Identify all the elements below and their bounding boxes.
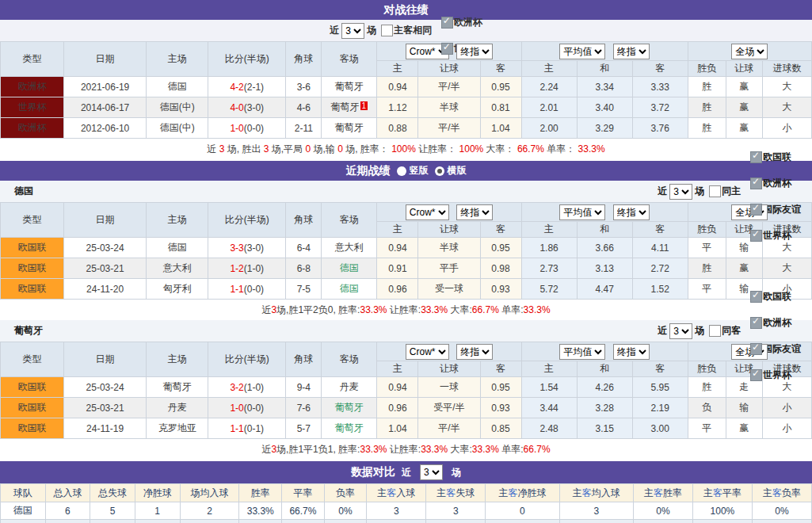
result-goals-cell: 大 — [762, 258, 811, 279]
odds-provider-select[interactable]: Crow* — [406, 344, 449, 360]
col-away-odds: 客 — [480, 222, 521, 238]
home-team-cell: 德国(中) — [147, 118, 208, 139]
avg-odds-select[interactable]: 平均值 — [559, 204, 605, 220]
match-type-cell: 欧国联 — [1, 258, 64, 279]
germany-count-select[interactable]: 3 — [669, 184, 692, 200]
avg-home-odds-cell: 2.24 — [521, 77, 577, 97]
compare-count-select[interactable]: 3 — [420, 464, 443, 480]
league-filter[interactable]: 国际友谊 — [746, 203, 801, 216]
home-team-cell: 德国 — [147, 238, 208, 258]
league-filter[interactable]: 欧洲杯 — [437, 16, 482, 29]
league-checkbox[interactable] — [750, 151, 762, 163]
league-checkbox[interactable] — [750, 317, 762, 329]
handicap-line-cell: 平手 — [418, 258, 480, 279]
summary-segment: 大率: — [448, 443, 472, 456]
handicap-away-odds-cell: 0.95 — [480, 377, 521, 398]
fulltime-score: 3-2 — [230, 382, 243, 393]
result-goals-cell: 小 — [762, 418, 811, 439]
vertical-layout-option[interactable]: 竖版 — [397, 164, 429, 178]
final-odds-select[interactable]: 终指 — [456, 44, 493, 59]
col-wdl: 胜负 — [688, 61, 726, 77]
league-filter[interactable]: 欧洲杯 — [746, 177, 791, 190]
league-checkbox[interactable] — [441, 17, 453, 29]
summary-segment: 大率： — [483, 143, 517, 156]
result-group-header: 全场 — [688, 42, 811, 61]
avg-final-odds-select[interactable]: 终指 — [613, 204, 650, 220]
header-part: 场均入球 — [190, 487, 228, 498]
league-checkbox[interactable] — [750, 230, 762, 242]
same-venue-checkbox[interactable] — [381, 25, 393, 36]
compare-col-header: 主客入球 — [367, 484, 426, 502]
final-odds-select[interactable]: 终指 — [456, 344, 493, 360]
away-team-name: 葡萄牙 — [335, 422, 364, 433]
horizontal-radio[interactable] — [435, 166, 444, 176]
fulltime-score: 1-2 — [230, 263, 243, 274]
summary-segment: 场,胜1平1负1, 胜率: — [276, 443, 360, 456]
col-away: 客场 — [322, 342, 377, 377]
league-checkbox[interactable] — [750, 369, 762, 381]
away-team-name: 德国 — [340, 283, 359, 294]
league-checkbox[interactable] — [750, 343, 762, 355]
result-wdl-cell: 胜 — [688, 77, 726, 97]
away-team-cell: 葡萄牙 — [322, 398, 377, 418]
league-checkbox[interactable] — [750, 204, 762, 216]
league-filter[interactable]: 欧国联 — [746, 151, 791, 164]
games-label: 场 — [695, 185, 704, 198]
header-part: 平率 — [293, 487, 312, 498]
match-type-cell: 欧国联 — [1, 238, 64, 258]
header-part-rest: 入球 — [396, 487, 415, 498]
league-filter[interactable]: 欧洲杯 — [746, 316, 791, 330]
col-goals: 进球数 — [762, 61, 811, 77]
odds-provider-select[interactable]: Crow* — [406, 204, 449, 220]
stat-cell: 1 — [135, 502, 180, 520]
header-part-rest: 失球 — [456, 487, 475, 498]
summary-segment: 33.3% — [578, 143, 605, 155]
horizontal-layout-option[interactable]: 横版 — [435, 164, 467, 178]
corner-cell: 2-11 — [286, 118, 322, 139]
team-cell: 德国 — [1, 502, 46, 520]
league-checkbox[interactable] — [750, 178, 762, 189]
corner-cell: 5-7 — [286, 418, 322, 439]
fulltime-select[interactable]: 全场 — [731, 44, 768, 59]
away-team-cell: 丹麦 — [322, 377, 377, 398]
same-home-checkbox[interactable] — [709, 185, 721, 197]
header-part-away: 客 — [772, 487, 782, 498]
avg-odds-select[interactable]: 平均值 — [559, 44, 605, 59]
away-team-cell: 德国 — [322, 279, 377, 300]
avg-home-odds-cell: 1.54 — [521, 377, 577, 398]
final-odds-select[interactable]: 终指 — [456, 204, 493, 220]
handicap-home-odds-cell: 1.04 — [377, 418, 418, 439]
vertical-radio[interactable] — [397, 166, 406, 176]
games-label: 场 — [695, 324, 704, 338]
match-row: 欧国联 24-11-19 克罗地亚 1-1(0-1) 5-7 葡萄牙 1.04 … — [1, 418, 812, 439]
col-corner: 角球 — [286, 203, 322, 238]
fulltime-score: 4-2 — [230, 82, 243, 93]
stat-cell: 1 — [367, 520, 426, 523]
summary-segment: 66.7% — [524, 444, 551, 455]
avg-draw-odds-cell: 3.66 — [577, 238, 632, 258]
handicap-home-odds-cell: 0.94 — [377, 238, 418, 258]
avg-final-odds-select[interactable]: 终指 — [613, 44, 650, 59]
h2h-filter-row: 近 3 场 主客相同 欧洲杯 世界杯 — [0, 20, 812, 41]
avg-home-odds-cell: 3.44 — [521, 398, 577, 418]
avg-final-odds-select[interactable]: 终指 — [613, 344, 650, 360]
compare-col-header: 总失球 — [90, 484, 135, 502]
league-checkbox[interactable] — [750, 291, 762, 303]
h2h-count-select[interactable]: 3 — [341, 23, 364, 39]
avg-odds-select[interactable]: 平均值 — [559, 344, 605, 360]
stat-cell: 0% — [324, 502, 367, 520]
halftime-score: (3-0) — [244, 242, 264, 254]
league-checkbox[interactable] — [441, 43, 453, 55]
handicap-line-cell: 受平/半 — [418, 398, 480, 418]
horizontal-label: 横版 — [448, 164, 467, 178]
stat-cell: 0% — [752, 502, 811, 520]
header-part-away: 客 — [654, 487, 663, 498]
col-date: 日期 — [64, 342, 147, 377]
h2h-table: 类型 日期 主场 比分(半场) 角球 客场 Crow* 终指 平均值 终指 全场… — [0, 41, 812, 139]
league-filter[interactable]: 国际友谊 — [746, 342, 801, 356]
match-date-cell: 24-11-20 — [64, 279, 147, 300]
portugal-count-select[interactable]: 3 — [669, 323, 692, 339]
same-away-checkbox[interactable] — [709, 325, 721, 337]
league-filter[interactable]: 欧国联 — [746, 290, 791, 303]
same-venue-label: 主客相同 — [394, 24, 432, 37]
